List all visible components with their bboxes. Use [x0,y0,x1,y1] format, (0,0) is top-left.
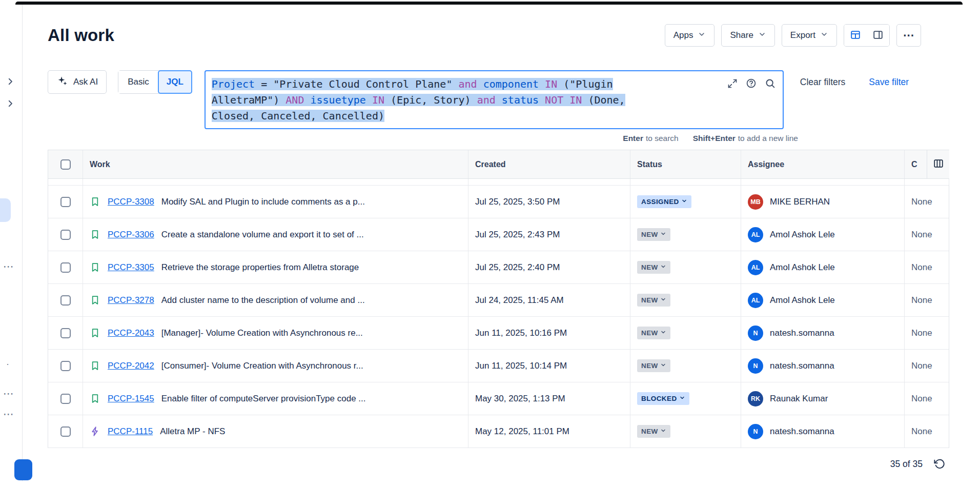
assignee-name: Amol Ashok Lele [770,295,835,306]
story-icon [90,196,100,207]
select-all-checkbox[interactable] [60,159,71,170]
assignee-name: Amol Ashok Lele [770,262,835,273]
export-button[interactable]: Export [782,24,837,47]
status-label: NEW [641,362,658,370]
more-actions-button[interactable]: ⋯ [896,24,921,47]
table-row[interactable]: PCCP-3308 Modify SAL and Plugin to inclu… [48,186,949,218]
status-label: NEW [641,296,658,304]
status-badge[interactable]: NEW [637,261,670,274]
issue-summary: Enable filter of computeServer provision… [161,394,366,404]
table-row[interactable]: PCCP-3305 Retrieve the storage propertie… [48,251,949,284]
status-badge[interactable]: ASSIGNED [637,195,691,208]
expand-icon[interactable] [727,78,738,89]
issue-key-link[interactable]: PCCP-3308 [108,197,154,207]
story-icon [90,360,100,371]
components-value: None [911,197,932,207]
hint-shift-text: to add a new line [738,134,798,143]
sidebar-active-item-sliver[interactable] [0,198,11,222]
sidebar-bottom-button[interactable] [14,459,32,480]
search-hints: Enterto search Shift+Enterto add a new l… [48,134,798,143]
jql-query-text[interactable]: Project = "Private Cloud Control Plane" … [212,76,721,124]
issue-key-link[interactable]: PCCP-1115 [108,426,153,437]
status-badge[interactable]: NEW [637,359,670,372]
collapsed-sidebar: ⋯ · ⋯ ⋯ [0,5,23,481]
row-checkbox[interactable] [60,361,71,371]
more-icon[interactable]: ⋯ [3,261,14,272]
chevron-down-icon [758,30,766,41]
table-row[interactable]: PCCP-1115 Alletra MP - NFS May 12, 2025,… [48,415,949,448]
more-icon[interactable]: ⋯ [3,388,14,399]
components-value: None [911,295,932,306]
components-value: None [911,328,932,338]
issue-summary: Retrieve the storage properties from All… [161,262,359,273]
scrolled-row-sliver [48,179,949,186]
clear-filters-button[interactable]: Clear filters [800,77,846,88]
issue-key-link[interactable]: PCCP-2042 [108,361,154,371]
status-badge[interactable]: NEW [637,425,670,438]
table-row[interactable]: PCCP-3278 Add cluster name to the descri… [48,284,949,317]
chevron-down-icon [660,329,666,337]
status-badge[interactable]: NEW [637,294,670,307]
table-row[interactable]: PCCP-3306 Create a standalone volume and… [48,218,949,251]
help-icon[interactable] [746,78,757,89]
story-icon [90,295,100,306]
assignee-name: natesh.somanna [770,361,834,371]
ask-ai-button[interactable]: Ask AI [48,70,107,94]
status-label: BLOCKED [641,395,677,402]
column-header-components[interactable]: C [905,150,949,178]
bullet-icon: · [6,359,9,369]
avatar: N [748,358,763,374]
issue-key-link[interactable]: PCCP-3278 [108,295,154,306]
issue-key-link[interactable]: PCCP-3305 [108,262,154,273]
row-checkbox[interactable] [60,328,71,338]
table-row[interactable]: PCCP-1545 Enable filter of computeServer… [48,382,949,415]
table-view-button[interactable] [844,25,867,46]
table-header: Work Created Status Assignee C [48,150,949,179]
refresh-icon[interactable] [934,458,945,470]
table-row[interactable]: PCCP-2043 [Manager]- Volume Creation wit… [48,317,949,350]
column-header-created[interactable]: Created [468,150,630,178]
chevron-down-icon [660,231,666,238]
status-badge[interactable]: NEW [637,228,670,241]
jql-mode-button[interactable]: JQL [158,70,192,94]
hint-shift-key: Shift+Enter [693,134,736,143]
ellipsis-icon: ⋯ [903,29,915,42]
chevron-right-icon[interactable] [6,77,15,88]
status-badge[interactable]: BLOCKED [637,392,689,405]
row-checkbox[interactable] [60,197,71,207]
sparkle-icon [56,75,68,89]
side-panel-icon [872,29,884,42]
column-header-work[interactable]: Work [83,150,468,178]
row-checkbox[interactable] [60,426,71,437]
column-settings-button[interactable] [927,150,949,178]
issue-summary: [Manager]- Volume Creation with Asynchro… [161,328,363,338]
status-label: NEW [641,329,658,337]
issue-key-link[interactable]: PCCP-3306 [108,230,154,240]
jql-editor[interactable]: Project = "Private Cloud Control Plane" … [205,70,784,129]
assignee-name: Raunak Kumar [770,394,828,404]
detail-view-button[interactable] [867,25,889,46]
basic-mode-button[interactable]: Basic [118,71,158,93]
row-checkbox[interactable] [60,262,71,273]
components-value: None [911,262,932,273]
table-row[interactable]: PCCP-2042 [Consumer]- Volume Creation wi… [48,350,949,382]
row-checkbox[interactable] [60,230,71,240]
save-filter-button[interactable]: Save filter [869,77,909,88]
issue-key-link[interactable]: PCCP-1545 [108,394,154,404]
share-button[interactable]: Share [721,24,774,47]
column-header-assignee[interactable]: Assignee [741,150,905,178]
row-checkbox[interactable] [60,394,71,404]
column-header-status[interactable]: Status [630,150,741,178]
epic-icon [90,426,100,437]
chevron-down-icon [660,362,666,370]
all-work-page: All work Apps Share Export [23,5,980,488]
created-value: May 30, 2025, 1:13 PM [475,394,565,404]
more-icon[interactable]: ⋯ [3,409,14,419]
search-icon[interactable] [765,78,775,89]
assignee-name: MIKE BERHAN [770,197,830,207]
row-checkbox[interactable] [60,295,71,306]
chevron-right-icon[interactable] [6,99,15,110]
status-badge[interactable]: NEW [637,327,670,339]
apps-button[interactable]: Apps [665,24,715,47]
issue-key-link[interactable]: PCCP-2043 [108,328,154,338]
